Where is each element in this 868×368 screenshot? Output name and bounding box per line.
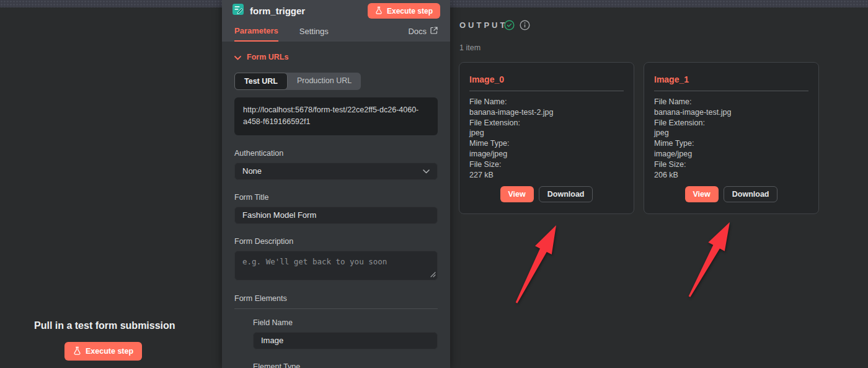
authentication-select[interactable]: None (234, 163, 438, 180)
form-title-input[interactable] (234, 207, 438, 224)
form-elements-label: Form Elements (234, 294, 438, 303)
output-item-count: 1 item (459, 43, 480, 52)
binary-data-card: Image_0 File Name: banana-image-test-2.j… (459, 62, 634, 214)
download-button[interactable]: Download (724, 186, 778, 202)
panel-execute-step-label: Execute step (387, 7, 433, 16)
binary-card-title: Image_1 (654, 74, 808, 84)
form-urls-section-title: Form URLs (247, 53, 288, 61)
mime-type-value: image/jpeg (469, 149, 624, 159)
file-size-label: File Size: (469, 159, 624, 170)
resize-handle-icon[interactable] (430, 269, 436, 280)
mime-type-value: image/jpeg (654, 149, 808, 159)
flask-icon (73, 346, 81, 357)
form-urls-section-toggle[interactable]: Form URLs (234, 52, 438, 63)
url-mode-toggle: Test URL Production URL (234, 73, 361, 90)
file-name-label: File Name: (654, 97, 808, 107)
divider (469, 91, 624, 91)
field-name-label: Field Name (253, 318, 438, 327)
divider (654, 91, 808, 91)
app-screen: Pull in a test form submission Execute s… (0, 0, 868, 368)
element-type-label: Element Type (253, 362, 438, 368)
view-button[interactable]: View (685, 186, 719, 202)
form-trigger-icon (232, 3, 244, 18)
docs-link-label: Docs (408, 27, 427, 36)
file-extension-label: File Extension: (654, 118, 808, 128)
info-circle-icon[interactable] (520, 20, 530, 33)
node-title: form_trigger (250, 6, 305, 16)
field-name-input[interactable] (253, 332, 438, 349)
docs-link[interactable]: Docs (408, 27, 438, 36)
mime-type-label: Mime Type: (654, 138, 808, 149)
binary-card-title: Image_0 (469, 74, 624, 84)
external-link-icon (430, 27, 438, 36)
red-arrow-annotation (689, 222, 730, 297)
file-extension-label: File Extension: (469, 118, 624, 128)
chevron-down-icon (423, 166, 430, 176)
file-name-value: banana-image-test-2.jpg (469, 107, 624, 118)
form-test-url[interactable]: http://localhost:5678/form-test/22ce2ff5… (234, 97, 438, 135)
file-size-value: 227 kB (469, 170, 624, 181)
canvas-execute-step-label: Execute step (86, 347, 133, 356)
divider (234, 308, 438, 309)
node-details-panel: form_trigger Execute step Parameters Set… (222, 0, 450, 368)
success-check-icon (504, 20, 515, 33)
tab-parameters[interactable]: Parameters (234, 21, 278, 42)
canvas-hint-text: Pull in a test form submission (34, 320, 175, 331)
file-name-label: File Name: (469, 97, 624, 107)
file-size-value: 206 kB (654, 170, 808, 181)
panel-execute-step-button[interactable]: Execute step (368, 3, 440, 19)
production-url-toggle[interactable]: Production URL (288, 73, 361, 90)
canvas-execute-step-button[interactable]: Execute step (64, 342, 142, 361)
mime-type-label: Mime Type: (469, 138, 624, 149)
test-url-toggle[interactable]: Test URL (234, 73, 288, 90)
form-description-textarea[interactable] (234, 251, 438, 280)
download-button[interactable]: Download (539, 186, 593, 202)
red-arrow-annotation (516, 225, 556, 303)
file-size-label: File Size: (654, 159, 808, 170)
chevron-down-icon (234, 52, 241, 63)
file-name-value: banana-image-test.jpg (654, 107, 808, 118)
binary-data-card: Image_1 File Name: banana-image-test.jpg… (644, 62, 819, 214)
authentication-value: None (242, 166, 262, 176)
file-extension-value: jpeg (469, 128, 624, 138)
authentication-label: Authentication (234, 149, 438, 158)
form-title-label: Form Title (234, 193, 438, 202)
form-description-label: Form Description (234, 237, 438, 246)
flask-icon (375, 6, 383, 16)
output-panel-title: OUTPUT (459, 20, 507, 30)
file-extension-value: jpeg (654, 128, 808, 138)
view-button[interactable]: View (500, 186, 534, 202)
tab-settings[interactable]: Settings (299, 21, 329, 42)
